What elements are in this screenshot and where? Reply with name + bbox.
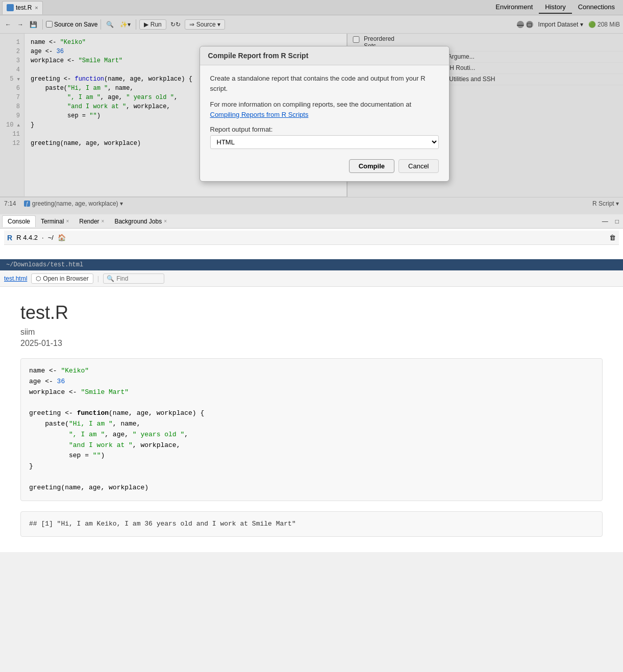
rpt-code-3: workplace <- "Smile Mart" — [29, 387, 594, 398]
import-dataset-button[interactable]: Import Dataset ▾ — [536, 20, 585, 29]
tab-history[interactable]: History — [539, 1, 571, 14]
source-on-save-checkbox[interactable] — [46, 21, 53, 28]
forward-button[interactable]: → — [15, 20, 26, 29]
dialog-buttons: Compile Cancel — [210, 155, 439, 173]
open-in-browser-button[interactable]: ⬡ Open in Browser — [31, 273, 93, 284]
magic-wand-button[interactable]: ✨▾ — [118, 20, 133, 29]
report-content: test.R siim 2025-01-13 name <- "Keiko" a… — [0, 287, 623, 552]
bgjobs-close[interactable]: × — [164, 218, 167, 224]
report-search-box: 🔍 — [103, 273, 164, 284]
rpt-code-5: greeting <- function(name, age, workplac… — [29, 408, 594, 419]
dialog-body: Create a standalone report that contains… — [200, 65, 449, 181]
docs-link[interactable]: Compiling Reports from R Scripts — [210, 111, 309, 118]
editor-toolbar: ← → 💾 Source on Save 🔍 ✨▾ ▶ Run ↻↻ ⇒ Env… — [0, 15, 623, 34]
pkg-checkbox-preordered[interactable] — [352, 36, 361, 43]
rpt-code-1: name <- "Keiko" — [29, 366, 594, 377]
tab-terminal[interactable]: Terminal × — [36, 216, 74, 227]
browser-icon: ⬡ — [36, 275, 41, 282]
render-close[interactable]: × — [102, 218, 105, 224]
dialog-title: Compile Report from R Script — [200, 46, 449, 65]
function-indicator: ƒ greeting(name, age, workplace) ▾ — [24, 200, 123, 207]
rpt-code-7: ", I am ", age, " years old ", — [29, 430, 594, 440]
status-bar: 7:14 ƒ greeting(name, age, workplace) ▾ … — [0, 197, 623, 209]
rpt-code-11 — [29, 472, 594, 483]
search-button[interactable]: 🔍 — [104, 20, 116, 29]
report-output-text: ## [1] "Hi, I am Keiko, I am 36 years ol… — [29, 520, 296, 528]
file-tab[interactable]: test.R × — [2, 1, 43, 14]
editor-tab-bar: test.R × Environment History Connections — [0, 0, 623, 15]
rpt-code-10: } — [29, 461, 594, 472]
toolbar-separator2 — [101, 19, 101, 30]
working-dir-path: ~/ — [48, 234, 54, 241]
report-title: test.R — [20, 302, 603, 323]
terminal-close[interactable]: × — [66, 218, 69, 224]
report-author: siim — [20, 328, 603, 337]
report-area: ~/Downloads/test.html test.html ⬡ Open i… — [0, 259, 623, 552]
source-arrow-icon: ⇒ — [189, 21, 194, 28]
report-file-path: ~/Downloads/test.html — [6, 261, 83, 268]
report-file-bar: ~/Downloads/test.html — [0, 259, 623, 270]
maximize-console-button[interactable]: □ — [613, 217, 621, 226]
rpt-code-8: "and I work at ", workplace, — [29, 440, 594, 451]
working-dir: · — [42, 234, 44, 241]
save-button[interactable]: 💾 — [28, 20, 39, 29]
home-icon: 🏠 — [58, 234, 66, 241]
report-file-link[interactable]: test.html — [4, 275, 27, 282]
rpt-code-9: sep = "") — [29, 451, 594, 461]
minimize-button[interactable]: — — [517, 21, 524, 28]
memory-usage: 🟢 208 MiB — [588, 21, 620, 28]
source-button[interactable]: ⇒ Environment Source ▾ — [185, 19, 225, 30]
report-date: 2025-01-13 — [20, 339, 603, 348]
back-button[interactable]: ← — [3, 20, 13, 29]
format-select[interactable]: HTML PDF Word — [210, 135, 439, 149]
rpt-code-4 — [29, 397, 594, 408]
cancel-button[interactable]: Cancel — [398, 159, 438, 173]
tab-label: test.R — [16, 4, 32, 11]
compile-button[interactable]: Compile — [349, 159, 394, 173]
tab-close-button[interactable]: × — [35, 5, 38, 11]
search-icon: 🔍 — [107, 275, 114, 282]
compile-report-dialog: Compile Report from R Script Create a st… — [200, 46, 450, 182]
dialog-desc2: For more information on compiling report… — [210, 99, 439, 119]
dialog-desc1: Create a standalone report that contains… — [210, 73, 439, 93]
toolbar-separator3 — [136, 19, 136, 30]
tab-connections[interactable]: Connections — [572, 1, 621, 14]
nav-separator: | — [97, 275, 99, 282]
run-button[interactable]: ▶ Run — [139, 19, 166, 30]
r-logo: R — [7, 234, 12, 242]
console-toolbar: R R 4.4.2 · ~/ 🏠 🗑 — [4, 231, 619, 245]
re-run-button[interactable]: ↻↻ — [168, 20, 183, 29]
minimize-console-button[interactable]: — — [600, 217, 610, 226]
source-on-save-label: Source on Save — [46, 21, 97, 28]
report-search-input[interactable] — [116, 275, 162, 282]
tab-background-jobs[interactable]: Background Jobs × — [109, 216, 172, 227]
rpt-code-6: paste("Hi, I am ", name, — [29, 419, 594, 430]
cursor-position: 7:14 — [4, 200, 16, 207]
toolbar-separator — [42, 19, 43, 30]
tab-render[interactable]: Render × — [74, 216, 109, 227]
r-file-icon — [7, 4, 14, 11]
bottom-pane-tabs: Console Terminal × Render × Background J… — [0, 214, 623, 229]
tab-console[interactable]: Console — [2, 215, 36, 227]
console-area: R R 4.4.2 · ~/ 🏠 🗑 — [0, 229, 623, 259]
rpt-code-12: greeting(name, age, workplace) — [29, 483, 594, 493]
window-controls: — □ — [517, 21, 533, 28]
report-nav-bar: test.html ⬡ Open in Browser | 🔍 — [0, 270, 623, 287]
right-panel-tabs: Environment History Connections — [489, 1, 621, 14]
report-output-block: ## [1] "Hi, I am Keiko, I am 36 years ol… — [20, 511, 603, 537]
format-label: Report output format: — [210, 126, 439, 133]
rpt-code-2: age <- 36 — [29, 377, 594, 387]
file-type: R Script ▾ — [592, 200, 619, 207]
clear-console-button[interactable]: 🗑 — [609, 234, 616, 241]
r-version: R 4.4.2 — [16, 234, 38, 241]
maximize-button[interactable]: □ — [526, 21, 533, 28]
report-code-block: name <- "Keiko" age <- 36 workplace <- "… — [20, 358, 603, 501]
line-numbers: 1234 5 ▼ 6789 10 ▲ 1112 — [0, 34, 24, 196]
tab-environment[interactable]: Environment — [489, 1, 539, 14]
